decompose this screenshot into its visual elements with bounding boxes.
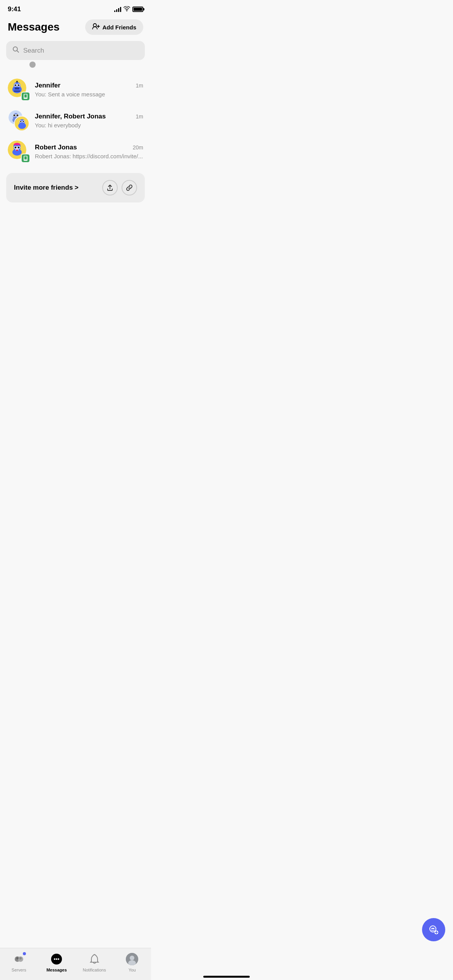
avatar-jennifer-container — [8, 79, 29, 100]
svg-rect-16 — [24, 94, 27, 98]
signal-icon — [114, 7, 121, 12]
group-avatar — [8, 110, 29, 131]
robert-message-content: Robert Jonas 20m Robert Jonas: https://d… — [35, 144, 143, 159]
search-bar[interactable]: Search — [6, 41, 145, 60]
status-bar: 9:41 — [0, 0, 151, 16]
status-icons — [114, 6, 143, 12]
svg-point-22 — [14, 115, 15, 117]
jennifer-preview: You: Sent a voice message — [35, 91, 143, 98]
jennifer-header-row: Jennifer 1m — [35, 82, 143, 89]
svg-point-8 — [18, 84, 20, 86]
svg-point-31 — [23, 121, 24, 122]
search-icon — [12, 46, 19, 55]
robert-time: 20m — [133, 144, 143, 151]
page-title: Messages — [8, 21, 60, 33]
jennifer-time: 1m — [136, 82, 143, 89]
group-time: 1m — [136, 113, 143, 120]
jennifer-phone-badge — [21, 92, 30, 101]
jennifer-message-content: Jennifer 1m You: Sent a voice message — [35, 82, 143, 98]
invite-section[interactable]: Invite more friends > — [6, 173, 145, 202]
invite-text: Invite more friends > — [14, 184, 79, 192]
message-item-jennifer[interactable]: Jennifer 1m You: Sent a voice message — [0, 74, 151, 105]
share-button[interactable] — [102, 180, 118, 195]
wifi-icon — [124, 6, 130, 12]
group-name: Jennifer, Robert Jonas — [35, 113, 106, 120]
robert-header-row: Robert Jonas 20m — [35, 144, 143, 151]
battery-icon — [132, 7, 143, 12]
jennifer-name: Jennifer — [35, 82, 60, 89]
search-container: Search — [0, 41, 151, 71]
messages-list: Jennifer 1m You: Sent a voice message — [0, 71, 151, 170]
svg-rect-44 — [24, 156, 27, 159]
svg-point-23 — [17, 115, 19, 117]
svg-point-40 — [18, 147, 20, 149]
group-header-row: Jennifer, Robert Jonas 1m — [35, 113, 143, 120]
add-friends-icon — [92, 23, 100, 31]
scroll-thumb — [29, 62, 36, 68]
svg-point-39 — [15, 147, 17, 149]
avatar-robert-container — [8, 140, 29, 162]
status-time: 9:41 — [8, 5, 21, 13]
message-item-group[interactable]: Jennifer, Robert Jonas 1m You: hi everyb… — [0, 105, 151, 136]
svg-point-17 — [25, 98, 26, 99]
add-friends-button[interactable]: Add Friends — [85, 19, 143, 35]
group-message-content: Jennifer, Robert Jonas 1m You: hi everyb… — [35, 113, 143, 128]
svg-point-9 — [15, 84, 16, 85]
svg-point-42 — [16, 149, 18, 151]
message-item-robert[interactable]: Robert Jonas 20m Robert Jonas: https://d… — [0, 136, 151, 167]
group-preview: You: hi everybody — [35, 122, 143, 128]
robert-preview: Robert Jonas: https://discord.com/invite… — [35, 153, 143, 159]
search-placeholder: Search — [23, 47, 44, 55]
link-button[interactable] — [122, 180, 137, 195]
svg-rect-13 — [15, 87, 19, 89]
svg-point-0 — [93, 24, 96, 27]
robert-name: Robert Jonas — [35, 144, 77, 151]
svg-point-30 — [20, 121, 22, 122]
add-friends-label: Add Friends — [102, 24, 136, 31]
svg-point-45 — [25, 160, 26, 161]
svg-point-7 — [15, 84, 17, 86]
invite-actions — [102, 180, 137, 195]
group-avatar-front — [14, 116, 29, 131]
svg-point-10 — [19, 84, 19, 85]
header: Messages Add Friends — [0, 16, 151, 41]
robert-phone-badge — [21, 154, 30, 163]
svg-rect-14 — [14, 91, 20, 92]
